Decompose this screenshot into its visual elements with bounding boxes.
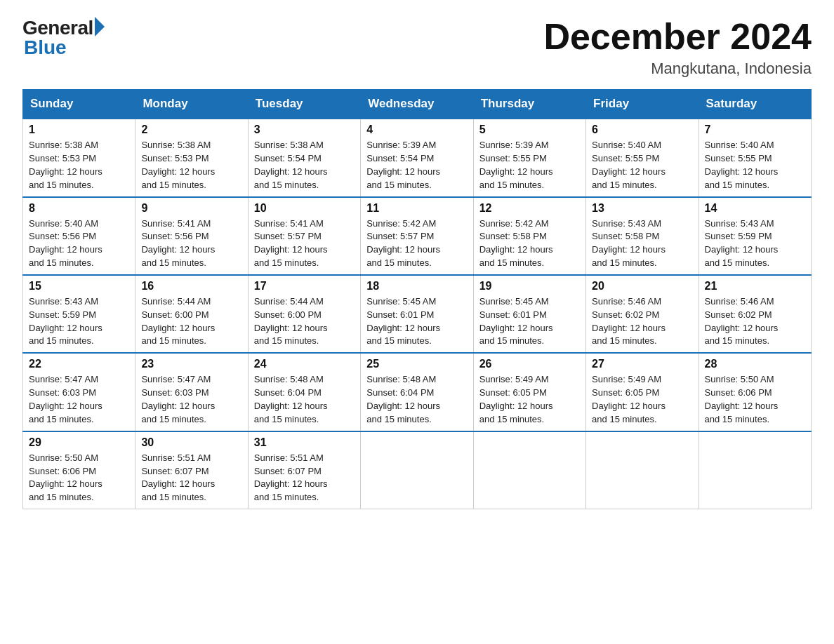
day-number: 6 <box>592 123 692 136</box>
day-info: Sunrise: 5:43 AMSunset: 5:58 PMDaylight:… <box>592 217 692 270</box>
day-number: 23 <box>141 358 241 370</box>
day-number: 14 <box>705 202 805 215</box>
logo: General Blue <box>22 17 105 59</box>
day-number: 28 <box>705 358 805 370</box>
calendar-cell: 30Sunrise: 5:51 AMSunset: 6:07 PMDayligh… <box>135 431 248 509</box>
day-info: Sunrise: 5:38 AMSunset: 5:53 PMDaylight:… <box>29 139 129 192</box>
day-info: Sunrise: 5:48 AMSunset: 6:04 PMDaylight:… <box>254 373 355 426</box>
day-info: Sunrise: 5:48 AMSunset: 6:04 PMDaylight:… <box>366 373 467 426</box>
calendar-cell: 6Sunrise: 5:40 AMSunset: 5:55 PMDaylight… <box>586 119 699 196</box>
day-number: 5 <box>479 123 580 136</box>
day-number: 16 <box>141 280 241 293</box>
day-number: 21 <box>705 280 805 293</box>
weekday-header-friday: Friday <box>586 90 699 119</box>
day-info: Sunrise: 5:38 AMSunset: 5:54 PMDaylight:… <box>254 139 355 192</box>
day-number: 1 <box>29 123 129 136</box>
day-info: Sunrise: 5:47 AMSunset: 6:03 PMDaylight:… <box>141 373 241 426</box>
day-info: Sunrise: 5:50 AMSunset: 6:06 PMDaylight:… <box>29 452 129 504</box>
day-info: Sunrise: 5:39 AMSunset: 5:54 PMDaylight:… <box>366 139 467 192</box>
day-info: Sunrise: 5:40 AMSunset: 5:55 PMDaylight:… <box>592 139 692 192</box>
day-number: 31 <box>254 436 355 449</box>
day-info: Sunrise: 5:46 AMSunset: 6:02 PMDaylight:… <box>592 295 692 348</box>
day-info: Sunrise: 5:49 AMSunset: 6:05 PMDaylight:… <box>592 373 692 426</box>
day-info: Sunrise: 5:50 AMSunset: 6:06 PMDaylight:… <box>705 373 805 426</box>
day-info: Sunrise: 5:42 AMSunset: 5:58 PMDaylight:… <box>479 217 580 270</box>
day-number: 25 <box>366 358 467 370</box>
calendar-cell: 25Sunrise: 5:48 AMSunset: 6:04 PMDayligh… <box>361 353 473 431</box>
calendar-cell: 8Sunrise: 5:40 AMSunset: 5:56 PMDaylight… <box>23 197 135 275</box>
calendar-cell: 29Sunrise: 5:50 AMSunset: 6:06 PMDayligh… <box>23 431 135 509</box>
day-info: Sunrise: 5:39 AMSunset: 5:55 PMDaylight:… <box>479 139 580 192</box>
calendar-cell: 13Sunrise: 5:43 AMSunset: 5:58 PMDayligh… <box>586 197 699 275</box>
day-info: Sunrise: 5:38 AMSunset: 5:53 PMDaylight:… <box>141 139 241 192</box>
day-info: Sunrise: 5:42 AMSunset: 5:57 PMDaylight:… <box>366 217 467 270</box>
day-info: Sunrise: 5:44 AMSunset: 6:00 PMDaylight:… <box>254 295 355 348</box>
day-number: 30 <box>141 436 241 449</box>
day-info: Sunrise: 5:40 AMSunset: 5:55 PMDaylight:… <box>705 139 805 192</box>
day-info: Sunrise: 5:40 AMSunset: 5:56 PMDaylight:… <box>29 217 129 270</box>
logo-triangle-icon <box>95 17 105 36</box>
weekday-header-row: SundayMondayTuesdayWednesdayThursdayFrid… <box>23 90 812 119</box>
calendar-cell: 17Sunrise: 5:44 AMSunset: 6:00 PMDayligh… <box>248 275 360 353</box>
calendar-cell: 3Sunrise: 5:38 AMSunset: 5:54 PMDaylight… <box>248 119 360 196</box>
calendar-cell <box>473 431 585 509</box>
day-number: 10 <box>254 202 355 215</box>
day-number: 7 <box>705 123 805 136</box>
calendar-cell: 20Sunrise: 5:46 AMSunset: 6:02 PMDayligh… <box>586 275 699 353</box>
day-number: 15 <box>29 280 129 293</box>
week-row-5: 29Sunrise: 5:50 AMSunset: 6:06 PMDayligh… <box>23 431 812 509</box>
month-title: December 2024 <box>543 17 812 57</box>
calendar-cell: 4Sunrise: 5:39 AMSunset: 5:54 PMDaylight… <box>361 119 473 196</box>
day-info: Sunrise: 5:46 AMSunset: 6:02 PMDaylight:… <box>705 295 805 348</box>
day-number: 29 <box>29 436 129 449</box>
day-number: 3 <box>254 123 355 136</box>
calendar-cell: 11Sunrise: 5:42 AMSunset: 5:57 PMDayligh… <box>361 197 473 275</box>
calendar-cell: 22Sunrise: 5:47 AMSunset: 6:03 PMDayligh… <box>23 353 135 431</box>
day-info: Sunrise: 5:41 AMSunset: 5:57 PMDaylight:… <box>254 217 355 270</box>
calendar-cell: 2Sunrise: 5:38 AMSunset: 5:53 PMDaylight… <box>135 119 248 196</box>
day-info: Sunrise: 5:43 AMSunset: 5:59 PMDaylight:… <box>705 217 805 270</box>
calendar-cell <box>586 431 699 509</box>
calendar-cell: 7Sunrise: 5:40 AMSunset: 5:55 PMDaylight… <box>699 119 811 196</box>
day-number: 13 <box>592 202 692 215</box>
day-info: Sunrise: 5:44 AMSunset: 6:00 PMDaylight:… <box>141 295 241 348</box>
day-number: 9 <box>141 202 241 215</box>
day-info: Sunrise: 5:51 AMSunset: 6:07 PMDaylight:… <box>254 452 355 504</box>
calendar-cell: 26Sunrise: 5:49 AMSunset: 6:05 PMDayligh… <box>473 353 585 431</box>
day-info: Sunrise: 5:51 AMSunset: 6:07 PMDaylight:… <box>141 452 241 504</box>
calendar-cell: 10Sunrise: 5:41 AMSunset: 5:57 PMDayligh… <box>248 197 360 275</box>
week-row-3: 15Sunrise: 5:43 AMSunset: 5:59 PMDayligh… <box>23 275 812 353</box>
weekday-header-thursday: Thursday <box>473 90 585 119</box>
week-row-2: 8Sunrise: 5:40 AMSunset: 5:56 PMDaylight… <box>23 197 812 275</box>
day-info: Sunrise: 5:47 AMSunset: 6:03 PMDaylight:… <box>29 373 129 426</box>
weekday-header-sunday: Sunday <box>23 90 135 119</box>
week-row-4: 22Sunrise: 5:47 AMSunset: 6:03 PMDayligh… <box>23 353 812 431</box>
calendar-cell: 12Sunrise: 5:42 AMSunset: 5:58 PMDayligh… <box>473 197 585 275</box>
calendar-cell: 18Sunrise: 5:45 AMSunset: 6:01 PMDayligh… <box>361 275 473 353</box>
week-row-1: 1Sunrise: 5:38 AMSunset: 5:53 PMDaylight… <box>23 119 812 196</box>
calendar-cell <box>699 431 811 509</box>
calendar-cell: 9Sunrise: 5:41 AMSunset: 5:56 PMDaylight… <box>135 197 248 275</box>
logo-blue-text: Blue <box>24 36 67 59</box>
calendar-cell: 24Sunrise: 5:48 AMSunset: 6:04 PMDayligh… <box>248 353 360 431</box>
calendar-cell: 23Sunrise: 5:47 AMSunset: 6:03 PMDayligh… <box>135 353 248 431</box>
day-number: 4 <box>366 123 467 136</box>
calendar-cell: 28Sunrise: 5:50 AMSunset: 6:06 PMDayligh… <box>699 353 811 431</box>
calendar-cell: 16Sunrise: 5:44 AMSunset: 6:00 PMDayligh… <box>135 275 248 353</box>
calendar-cell: 21Sunrise: 5:46 AMSunset: 6:02 PMDayligh… <box>699 275 811 353</box>
day-number: 18 <box>366 280 467 293</box>
calendar-cell: 31Sunrise: 5:51 AMSunset: 6:07 PMDayligh… <box>248 431 360 509</box>
calendar-cell: 15Sunrise: 5:43 AMSunset: 5:59 PMDayligh… <box>23 275 135 353</box>
weekday-header-saturday: Saturday <box>699 90 811 119</box>
calendar-cell: 27Sunrise: 5:49 AMSunset: 6:05 PMDayligh… <box>586 353 699 431</box>
day-info: Sunrise: 5:43 AMSunset: 5:59 PMDaylight:… <box>29 295 129 348</box>
calendar-cell: 5Sunrise: 5:39 AMSunset: 5:55 PMDaylight… <box>473 119 585 196</box>
weekday-header-monday: Monday <box>135 90 248 119</box>
day-number: 26 <box>479 358 580 370</box>
weekday-header-wednesday: Wednesday <box>361 90 473 119</box>
day-info: Sunrise: 5:49 AMSunset: 6:05 PMDaylight:… <box>479 373 580 426</box>
location-text: Mangkutana, Indonesia <box>543 60 812 78</box>
day-number: 8 <box>29 202 129 215</box>
title-block: December 2024 Mangkutana, Indonesia <box>543 17 812 78</box>
day-number: 27 <box>592 358 692 370</box>
